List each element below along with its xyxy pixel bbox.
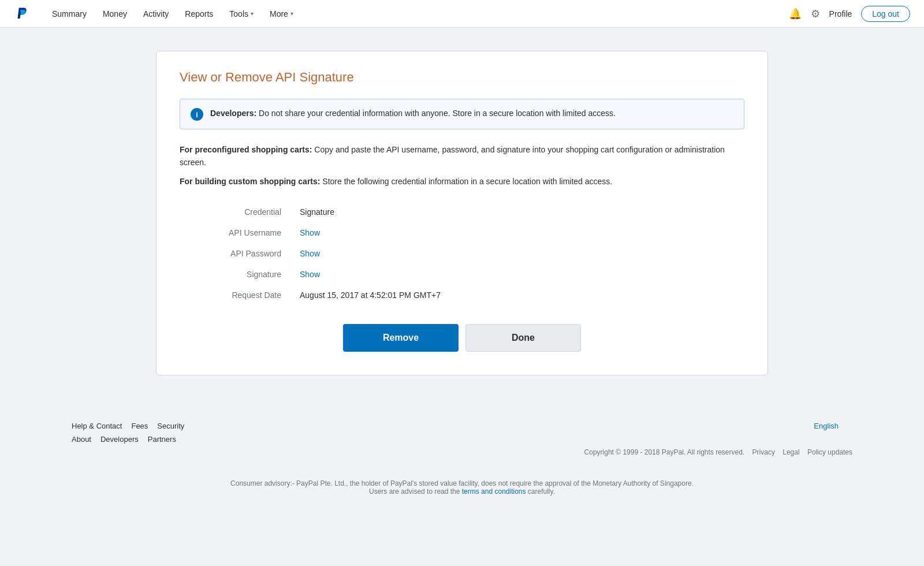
cred-label-credential: Credential: [180, 202, 295, 222]
remove-button[interactable]: Remove: [343, 324, 459, 352]
table-row: Credential Signature: [180, 202, 744, 222]
consumer-advisory-line1: Consumer advisory:- PayPal Pte. Ltd., th…: [72, 479, 852, 487]
custom-bold: For building custom shopping carts:: [180, 177, 320, 186]
cred-value-password: Show: [295, 243, 744, 264]
nav-activity[interactable]: Activity: [135, 0, 177, 28]
cred-value-signature: Show: [295, 264, 744, 285]
footer-left: Help & Contact Fees Security About Devel…: [72, 422, 184, 444]
custom-para: For building custom shopping carts: Stor…: [180, 175, 744, 188]
more-dropdown-arrow: ▾: [290, 10, 293, 17]
footer-link-privacy[interactable]: Privacy: [752, 448, 775, 456]
nav-money[interactable]: Money: [95, 0, 135, 28]
done-button[interactable]: Done: [465, 324, 581, 352]
preconfigured-bold: For preconfigured shopping carts:: [180, 145, 312, 154]
footer-top: Help & Contact Fees Security About Devel…: [72, 422, 852, 444]
info-box: i Developers: Do not share your credenti…: [180, 99, 744, 129]
footer-links-row1: Help & Contact Fees Security: [72, 422, 184, 430]
paypal-logo[interactable]: [14, 6, 30, 22]
consumer-advisory-line2: Users are advised to read the terms and …: [72, 487, 852, 496]
terms-conditions-link[interactable]: terms and conditions: [462, 487, 526, 496]
cred-value-credential: Signature: [295, 202, 744, 222]
header-right: 🔔 ⚙ Profile Log out: [789, 6, 910, 22]
table-row: Signature Show: [180, 264, 744, 285]
cred-label-username: API Username: [180, 222, 295, 243]
cred-value-username: Show: [295, 222, 744, 243]
table-row: API Password Show: [180, 243, 744, 264]
info-message: Do not share your credential information…: [256, 109, 616, 118]
footer-link-policy-updates[interactable]: Policy updates: [807, 448, 852, 456]
footer-link-developers[interactable]: Developers: [100, 435, 139, 444]
info-icon: i: [191, 108, 203, 121]
logout-button[interactable]: Log out: [861, 6, 910, 22]
card-title: View or Remove API Signature: [180, 70, 744, 85]
footer-link-security[interactable]: Security: [157, 422, 184, 430]
nav-more[interactable]: More ▾: [262, 0, 301, 28]
button-row: Remove Done: [180, 324, 744, 352]
preconfigured-para: For preconfigured shopping carts: Copy a…: [180, 143, 744, 169]
show-username-link[interactable]: Show: [300, 228, 320, 237]
nav-tools[interactable]: Tools ▾: [221, 0, 262, 28]
consumer-advisory: Consumer advisory:- PayPal Pte. Ltd., th…: [72, 470, 852, 505]
cred-value-requestdate: August 15, 2017 at 4:52:01 PM GMT+7: [295, 285, 744, 306]
notifications-icon[interactable]: 🔔: [789, 8, 802, 20]
show-password-link[interactable]: Show: [300, 249, 320, 258]
language-selector[interactable]: English: [814, 422, 839, 430]
cred-label-password: API Password: [180, 243, 295, 264]
footer-link-fees[interactable]: Fees: [131, 422, 148, 430]
profile-link[interactable]: Profile: [829, 9, 852, 18]
show-signature-link[interactable]: Show: [300, 270, 320, 279]
table-row: API Username Show: [180, 222, 744, 243]
nav-reports[interactable]: Reports: [177, 0, 221, 28]
cred-label-requestdate: Request Date: [180, 285, 295, 306]
footer-copyright: Copyright © 1999 - 2018 PayPal. All righ…: [584, 448, 852, 456]
nav-summary[interactable]: Summary: [44, 0, 95, 28]
footer-link-help[interactable]: Help & Contact: [72, 422, 122, 430]
footer-link-legal[interactable]: Legal: [783, 448, 799, 456]
table-row: Request Date August 15, 2017 at 4:52:01 …: [180, 285, 744, 306]
credentials-table: Credential Signature API Username Show A…: [180, 202, 744, 306]
api-signature-card: View or Remove API Signature i Developer…: [156, 51, 768, 375]
settings-icon[interactable]: ⚙: [811, 8, 820, 20]
footer-link-partners[interactable]: Partners: [148, 435, 176, 444]
tools-dropdown-arrow: ▾: [251, 10, 254, 17]
custom-text: Store the following credential informati…: [320, 177, 612, 186]
info-bold-label: Developers:: [210, 109, 256, 118]
footer-link-about[interactable]: About: [72, 435, 91, 444]
main-nav: Summary Money Activity Reports Tools ▾ M…: [44, 0, 789, 28]
info-text: Developers: Do not share your credential…: [210, 107, 616, 120]
footer-links-row2: About Developers Partners: [72, 435, 184, 444]
cred-label-signature: Signature: [180, 264, 295, 285]
